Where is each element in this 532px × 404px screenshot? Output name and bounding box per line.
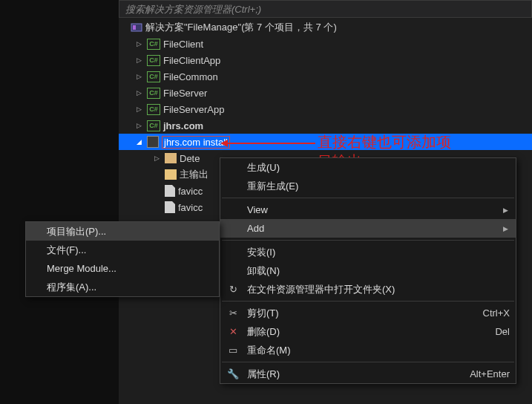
expander-icon[interactable]: ▷ bbox=[151, 154, 162, 162]
chevron-right-icon: ▶ bbox=[503, 206, 508, 214]
menu-separator bbox=[222, 301, 514, 302]
csharp-icon: C# bbox=[147, 39, 160, 50]
expander-icon[interactable]: ▷ bbox=[134, 73, 144, 80]
menu-open-explorer[interactable]: ↻ 在文件资源管理器中打开文件夹(X) bbox=[220, 280, 516, 299]
folder-icon bbox=[165, 169, 177, 180]
file-icon bbox=[165, 185, 175, 197]
installer-icon bbox=[147, 136, 159, 148]
submenu-assembly[interactable]: 程序集(A)... bbox=[26, 278, 219, 296]
csharp-icon: C# bbox=[147, 120, 160, 131]
rename-icon: ▭ bbox=[226, 345, 240, 356]
expander-icon[interactable]: ▷ bbox=[134, 122, 144, 129]
cut-icon: ✂ bbox=[226, 307, 240, 319]
solution-node[interactable]: 解决方案"FileManage"(第 7 个项目，共 7 个) bbox=[119, 19, 532, 36]
csharp-icon: C# bbox=[147, 71, 160, 82]
menu-delete[interactable]: ✕ 删除(D)Del bbox=[220, 322, 516, 341]
folder-label: Dete bbox=[180, 153, 200, 164]
expander-icon[interactable]: ▷ bbox=[134, 56, 144, 64]
menu-separator bbox=[222, 240, 514, 241]
csharp-icon: C# bbox=[147, 104, 160, 115]
menu-unload[interactable]: 卸载(N) bbox=[220, 261, 516, 280]
expander-icon[interactable]: ▷ bbox=[134, 89, 144, 97]
file-label: favicc bbox=[178, 202, 203, 213]
menu-separator bbox=[222, 362, 514, 362]
file-icon bbox=[165, 201, 175, 213]
menu-view[interactable]: View▶ bbox=[220, 201, 516, 219]
project-label: FileServerApp bbox=[163, 104, 224, 115]
chevron-right-icon: ▶ bbox=[503, 225, 508, 232]
csharp-icon: C# bbox=[147, 88, 160, 99]
project-node[interactable]: ▷ C# FileServer bbox=[119, 85, 532, 101]
submenu-file[interactable]: 文件(F)... bbox=[26, 241, 219, 259]
folder-label: 主输出 bbox=[180, 168, 208, 181]
expander-icon[interactable]: ▷ bbox=[134, 105, 144, 113]
editor-void bbox=[0, 0, 119, 404]
project-node[interactable]: ▷ C# FileCommon bbox=[119, 68, 532, 85]
project-label: FileClient bbox=[163, 39, 203, 50]
menu-separator bbox=[222, 198, 514, 198]
project-label: FileServer bbox=[163, 88, 207, 99]
project-node[interactable]: ▷ C# FileClient bbox=[119, 36, 532, 52]
wrench-icon: 🔧 bbox=[226, 368, 240, 379]
menu-add[interactable]: Add▶ bbox=[220, 219, 516, 238]
menu-cut[interactable]: ✂ 剪切(T)Ctrl+X bbox=[220, 304, 516, 322]
submenu-merge-module[interactable]: Merge Module... bbox=[26, 259, 219, 278]
expander-icon[interactable]: ◢ bbox=[134, 138, 144, 146]
submenu-project-output[interactable]: 项目输出(P)... bbox=[26, 222, 219, 241]
project-label: jhrs.com bbox=[163, 120, 203, 131]
solution-explorer-search[interactable]: 搜索解决方案资源管理器(Ctrl+;) bbox=[119, 0, 532, 18]
refresh-icon: ↻ bbox=[226, 284, 240, 295]
menu-properties[interactable]: 🔧 属性(R)Alt+Enter bbox=[220, 365, 516, 383]
svg-rect-1 bbox=[133, 25, 136, 30]
menu-build[interactable]: 生成(U) bbox=[220, 158, 516, 177]
folder-icon bbox=[165, 153, 177, 163]
menu-rename[interactable]: ▭ 重命名(M) bbox=[220, 341, 516, 359]
project-node[interactable]: ▷ C# FileClientApp bbox=[119, 52, 532, 68]
project-node[interactable]: ▷ C# jhrs.com bbox=[119, 117, 532, 134]
solution-icon bbox=[131, 22, 142, 33]
project-node[interactable]: ▷ C# FileServerApp bbox=[119, 101, 532, 117]
annotation-arrow bbox=[226, 143, 315, 144]
project-label: FileCommon bbox=[163, 71, 218, 82]
file-label: favicc bbox=[178, 186, 203, 197]
menu-rebuild[interactable]: 重新生成(E) bbox=[220, 177, 516, 195]
delete-icon: ✕ bbox=[226, 326, 240, 337]
expander-icon[interactable]: ▷ bbox=[134, 40, 144, 48]
context-menu: 生成(U) 重新生成(E) View▶ Add▶ 安装(I) 卸载(N) ↻ 在… bbox=[220, 157, 516, 384]
solution-label: 解决方案"FileManage"(第 7 个项目，共 7 个) bbox=[145, 21, 337, 34]
menu-install[interactable]: 安装(I) bbox=[220, 243, 516, 261]
context-submenu-add: 项目输出(P)... 文件(F)... Merge Module... 程序集(… bbox=[25, 221, 220, 297]
project-label: FileClientApp bbox=[163, 55, 220, 66]
csharp-icon: C# bbox=[147, 55, 160, 66]
